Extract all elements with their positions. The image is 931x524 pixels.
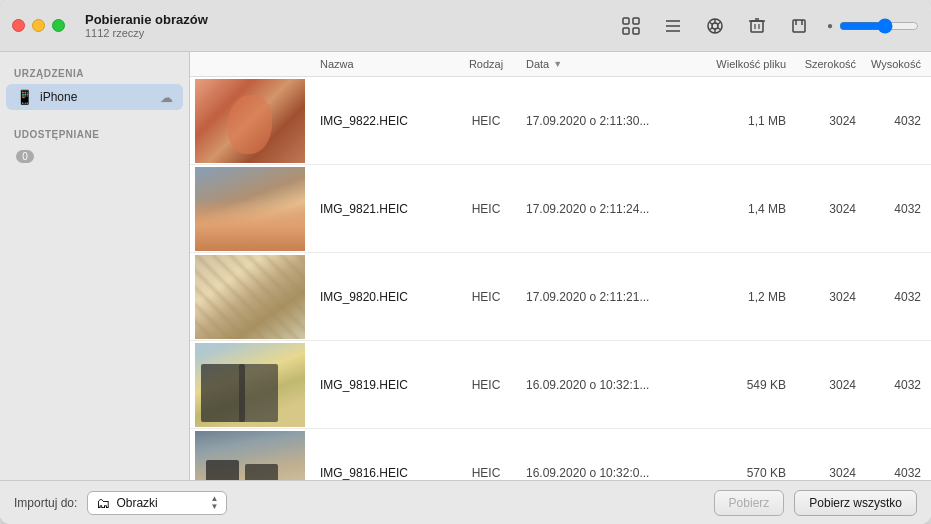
col-size-header[interactable]: Wielkość pliku [706,58,796,70]
row-date: 17.09.2020 o 2:11:30... [516,114,706,128]
svg-line-13 [710,27,713,29]
maximize-button[interactable] [52,19,65,32]
row-thumbnail [190,253,310,341]
row-date: 17.09.2020 o 2:11:21... [516,290,706,304]
download-all-button[interactable]: Pobierz wszystko [794,490,917,516]
svg-rect-2 [623,28,629,34]
app-window: Pobieranie obrazów 1112 rzeczy [0,0,931,524]
row-width: 3024 [796,114,866,128]
content-area: Nazwa Rodzaj Data ▼ Wielkość pliku Szero… [190,52,931,480]
row-height: 4032 [866,466,931,480]
svg-rect-0 [623,18,629,24]
folder-select[interactable]: 🗂 Obrazki ▲ ▼ [87,491,227,515]
grid-view-button[interactable] [617,12,645,40]
col-date-header[interactable]: Data ▼ [516,58,706,70]
folder-name: Obrazki [116,496,204,510]
col-type-header[interactable]: Rodzaj [456,58,516,70]
row-filetype: HEIC [456,378,516,392]
row-filesize: 1,1 MB [706,114,796,128]
row-filename: IMG_9819.HEIC [310,378,456,392]
row-filesize: 1,2 MB [706,290,796,304]
sort-arrow-icon: ▼ [553,59,562,69]
row-height: 4032 [866,378,931,392]
window-title: Pobieranie obrazów [85,12,617,27]
row-date: 16.09.2020 o 10:32:1... [516,378,706,392]
shared-section-label: UDOSTĘPNIANE [0,121,189,144]
delete-button[interactable] [743,12,771,40]
footer: Importuj do: 🗂 Obrazki ▲ ▼ Pobierz Pobie… [0,480,931,524]
close-button[interactable] [12,19,25,32]
table-row[interactable]: IMG_9820.HEIC HEIC 17.09.2020 o 2:11:21.… [190,253,931,341]
row-filename: IMG_9816.HEIC [310,466,456,480]
col-height-header[interactable]: Wysokość [866,58,931,70]
thumbnail-image [195,431,305,481]
table-row[interactable]: IMG_9816.HEIC HEIC 16.09.2020 o 10:32:0.… [190,429,931,480]
window-subtitle: 1112 rzeczy [85,27,617,39]
iphone-label: iPhone [40,90,153,104]
row-date: 16.09.2020 o 10:32:0... [516,466,706,480]
row-height: 4032 [866,114,931,128]
iphone-icon: 📱 [16,89,33,105]
sidebar: URZĄDZENIA 📱 iPhone ☁ UDOSTĘPNIANE 0 [0,52,190,480]
row-filesize: 570 KB [706,466,796,480]
zoom-min-icon: ● [827,20,833,31]
row-thumbnail [190,77,310,165]
table-body: IMG_9822.HEIC HEIC 17.09.2020 o 2:11:30.… [190,77,931,480]
table-row[interactable]: IMG_9819.HEIC HEIC 16.09.2020 o 10:32:1.… [190,341,931,429]
row-thumbnail [190,429,310,481]
import-label: Importuj do: [14,496,77,510]
svg-line-10 [717,22,720,24]
main-layout: URZĄDZENIA 📱 iPhone ☁ UDOSTĘPNIANE 0 Naz… [0,52,931,480]
svg-line-14 [710,22,713,24]
row-filetype: HEIC [456,466,516,480]
folder-arrows-icon: ▲ ▼ [210,495,218,511]
col-name-header[interactable]: Nazwa [310,58,456,70]
row-filesize: 1,4 MB [706,202,796,216]
row-height: 4032 [866,290,931,304]
row-thumbnail [190,165,310,253]
list-view-button[interactable] [659,12,687,40]
row-width: 3024 [796,378,866,392]
titlebar: Pobieranie obrazów 1112 rzeczy [0,0,931,52]
table-row[interactable]: IMG_9821.HEIC HEIC 17.09.2020 o 2:11:24.… [190,165,931,253]
traffic-lights [12,19,65,32]
col-width-header[interactable]: Szerokość [796,58,866,70]
svg-rect-20 [793,20,805,32]
thumbnail-image [195,79,305,163]
row-height: 4032 [866,202,931,216]
share-button[interactable] [701,12,729,40]
row-width: 3024 [796,202,866,216]
minimize-button[interactable] [32,19,45,32]
zoom-slider-container: ● [827,18,919,34]
row-thumbnail [190,341,310,429]
svg-rect-3 [633,28,639,34]
row-filename: IMG_9820.HEIC [310,290,456,304]
thumbnail-image [195,343,305,427]
row-filetype: HEIC [456,114,516,128]
svg-rect-1 [633,18,639,24]
thumbnail-image [195,255,305,339]
sidebar-item-iphone[interactable]: 📱 iPhone ☁ [6,84,183,110]
table-header: Nazwa Rodzaj Data ▼ Wielkość pliku Szero… [190,52,931,77]
cloud-icon: ☁ [160,90,173,105]
table-row[interactable]: IMG_9822.HEIC HEIC 17.09.2020 o 2:11:30.… [190,77,931,165]
titlebar-info: Pobieranie obrazów 1112 rzeczy [85,12,617,39]
export-button[interactable] [785,12,813,40]
row-filetype: HEIC [456,290,516,304]
toolbar-actions: ● [617,12,919,40]
sidebar-item-shared[interactable]: 0 [6,145,183,168]
folder-icon: 🗂 [96,495,110,511]
zoom-slider[interactable] [839,18,919,34]
row-filetype: HEIC [456,202,516,216]
row-filename: IMG_9822.HEIC [310,114,456,128]
row-width: 3024 [796,290,866,304]
row-filename: IMG_9821.HEIC [310,202,456,216]
row-width: 3024 [796,466,866,480]
download-button[interactable]: Pobierz [714,490,785,516]
devices-section-label: URZĄDZENIA [0,60,189,83]
thumbnail-image [195,167,305,251]
shared-badge: 0 [16,150,34,163]
svg-line-11 [717,27,720,29]
svg-rect-15 [751,21,763,32]
row-filesize: 549 KB [706,378,796,392]
